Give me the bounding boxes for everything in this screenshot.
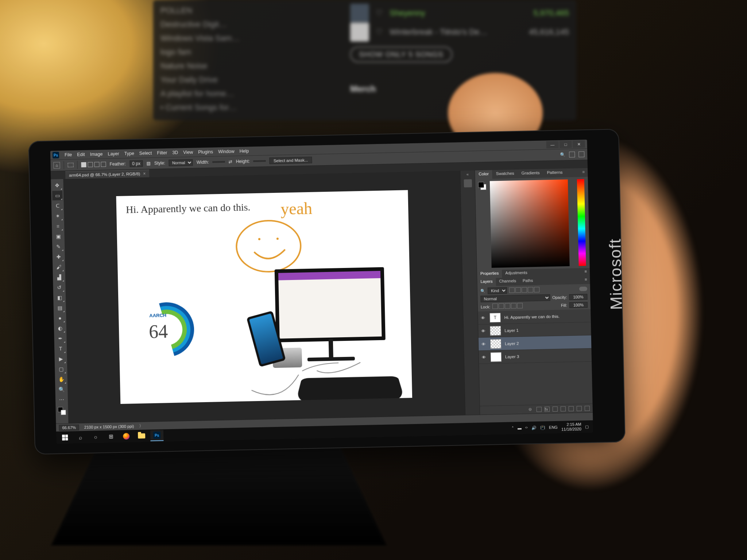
document-canvas[interactable]: Hi. Apparently we can do this. yeah AARC… <box>116 190 412 404</box>
tray-language[interactable]: ENG <box>549 425 558 429</box>
maximize-button[interactable]: □ <box>559 141 572 148</box>
pen-tool[interactable]: ✒ <box>55 334 66 343</box>
workspace-icon[interactable] <box>569 152 575 158</box>
tray-volume-icon[interactable]: 🔊 <box>531 425 537 430</box>
edit-toolbar[interactable]: ⋯ <box>57 395 67 405</box>
tab-gradients[interactable]: Gradients <box>518 169 543 178</box>
color-picker[interactable] <box>475 177 590 270</box>
cortana-icon[interactable]: ○ <box>89 431 102 443</box>
tray-wifi-icon[interactable]: ⌔ <box>525 426 528 430</box>
menu-edit[interactable]: Edit <box>74 152 88 158</box>
layer-group-icon[interactable] <box>569 406 574 411</box>
layer-adjust-icon[interactable] <box>561 406 566 411</box>
move-tool[interactable]: ✥ <box>52 180 62 190</box>
tab-color[interactable]: Color <box>475 170 492 179</box>
tab-adjustments[interactable]: Adjustments <box>502 269 531 278</box>
menu-view[interactable]: View <box>181 149 196 155</box>
layer-delete-icon[interactable] <box>585 405 590 411</box>
layer-visibility-icon[interactable]: 👁 <box>480 315 486 320</box>
menu-select[interactable]: Select <box>137 151 155 156</box>
menu-filter[interactable]: Filter <box>154 150 170 156</box>
file-explorer-icon[interactable] <box>135 430 148 442</box>
history-brush-tool[interactable]: ↺ <box>54 283 65 292</box>
properties-panel-menu-icon[interactable]: ≡ <box>581 268 590 276</box>
color-panel-menu-icon[interactable]: ≡ <box>579 168 588 177</box>
fg-bg-swatch[interactable] <box>57 405 67 417</box>
home-icon[interactable]: ⌂ <box>53 162 60 168</box>
lock-icons[interactable] <box>492 303 523 310</box>
layer-visibility-icon[interactable]: 👁 <box>481 342 487 346</box>
layers-panel-menu-icon[interactable]: ≡ <box>582 276 590 284</box>
brush-tool[interactable]: 🖌 <box>54 262 64 272</box>
layer-row[interactable]: 👁Layer 3 <box>479 349 592 364</box>
tray-battery-icon[interactable]: ▬ <box>518 426 522 430</box>
gradient-tool[interactable]: ▤ <box>54 303 65 313</box>
layer-link-icon[interactable] <box>537 407 542 412</box>
width-input[interactable] <box>213 161 225 163</box>
selection-mode-icons[interactable] <box>81 162 106 167</box>
share-icon[interactable] <box>578 151 584 157</box>
tab-properties[interactable]: Properties <box>477 270 502 278</box>
quick-select-tool[interactable]: ✶ <box>53 211 63 221</box>
fill-input[interactable]: 100% <box>569 302 588 308</box>
path-select-tool[interactable]: ▶ <box>55 354 66 364</box>
link-wh-icon[interactable]: ⇄ <box>229 159 232 164</box>
menu-3d[interactable]: 3D <box>170 150 181 155</box>
feather-input[interactable]: 0 px <box>129 160 143 167</box>
photoshop-taskbar-icon[interactable]: Ps <box>150 430 164 441</box>
firefox-icon[interactable] <box>120 431 133 442</box>
blend-mode-select[interactable]: Normal <box>480 294 550 302</box>
tab-paths[interactable]: Paths <box>519 277 537 285</box>
search-icon[interactable]: 🔍 <box>560 152 565 157</box>
layer-new-icon[interactable] <box>577 406 582 411</box>
opacity-input[interactable]: 100% <box>569 294 587 300</box>
tab-channels[interactable]: Channels <box>496 277 519 286</box>
close-button[interactable]: ✕ <box>572 140 585 148</box>
style-select[interactable]: Normal <box>169 159 193 166</box>
dodge-tool[interactable]: ◐ <box>55 323 66 333</box>
type-tool[interactable]: T <box>55 344 66 354</box>
action-center-icon[interactable]: ▢ <box>585 424 589 429</box>
select-and-mask-button[interactable]: Select and Mask... <box>270 157 312 164</box>
taskbar-clock[interactable]: 2:15 AM11/18/2020 <box>561 422 582 432</box>
tray-overflow-icon[interactable]: ˄ <box>512 426 514 431</box>
eraser-tool[interactable]: ◧ <box>54 293 65 303</box>
tab-patterns[interactable]: Patterns <box>543 168 566 178</box>
tab-layers[interactable]: Layers <box>477 278 496 286</box>
layer-filter-select[interactable]: Kind <box>488 287 507 294</box>
taskbar-search-icon[interactable]: ⌕ <box>74 432 87 443</box>
eyedropper-tool[interactable]: ✎ <box>53 242 64 252</box>
shape-tool[interactable]: ▢ <box>56 364 66 374</box>
layer-filter-icons[interactable] <box>509 287 540 293</box>
hand-tool[interactable]: ✋ <box>56 374 67 384</box>
minimize-button[interactable]: — <box>546 141 558 149</box>
marquee-tool[interactable]: ▭ <box>52 191 63 201</box>
layer-visibility-icon[interactable]: 👁 <box>481 355 487 359</box>
menu-type[interactable]: Type <box>122 151 137 156</box>
status-arrow-icon[interactable]: 〉 <box>139 423 143 429</box>
menu-image[interactable]: Image <box>88 152 105 157</box>
lasso-tool[interactable]: ᑕ <box>53 201 63 211</box>
crop-tool[interactable]: ⌗ <box>53 221 63 231</box>
layer-mask-icon[interactable] <box>553 406 558 411</box>
menu-layer[interactable]: Layer <box>105 151 122 157</box>
zoom-level[interactable]: 66.67% <box>59 424 79 431</box>
tray-vibrate-icon[interactable]: 📳 <box>540 425 545 430</box>
marquee-tool-indicator[interactable] <box>67 163 73 167</box>
blur-tool[interactable]: ● <box>55 313 65 323</box>
stamp-tool[interactable]: ▟ <box>54 272 65 282</box>
menu-help[interactable]: Help <box>237 148 251 154</box>
layer-visibility-icon[interactable]: 👁 <box>480 328 486 333</box>
tab-swatches[interactable]: Swatches <box>492 170 518 179</box>
height-input[interactable] <box>253 160 266 162</box>
close-tab-icon[interactable]: × <box>143 171 146 176</box>
healing-tool[interactable]: ✚ <box>54 252 64 262</box>
layer-fx-icon[interactable]: fx <box>545 407 550 412</box>
frame-tool[interactable]: ▣ <box>53 232 63 241</box>
zoom-tool[interactable]: 🔍 <box>56 385 67 394</box>
antialias-icon[interactable]: ▧ <box>147 161 151 166</box>
task-view-icon[interactable]: ⊞ <box>104 431 118 442</box>
menu-file[interactable]: File <box>62 152 74 158</box>
history-panel-icon[interactable] <box>464 179 472 187</box>
canvas-area[interactable]: Hi. Apparently we can do this. yeah AARC… <box>63 171 465 423</box>
